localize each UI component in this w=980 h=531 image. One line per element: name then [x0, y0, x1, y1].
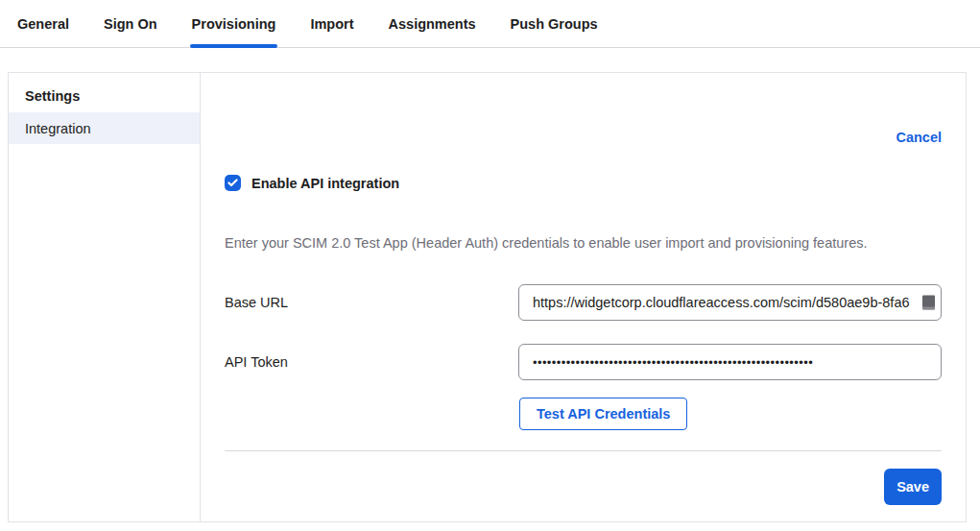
check-icon — [227, 179, 238, 187]
save-button[interactable]: Save — [884, 469, 942, 505]
provisioning-panel: Settings Integration Cancel Enable API i… — [8, 72, 967, 522]
base-url-input[interactable] — [518, 284, 942, 321]
tab-assignments[interactable]: Assignments — [389, 0, 476, 47]
tab-provisioning[interactable]: Provisioning — [192, 0, 276, 47]
sidebar-item-integration[interactable]: Integration — [9, 112, 200, 144]
enable-api-row: Enable API integration — [225, 175, 942, 191]
cancel-row: Cancel — [225, 129, 942, 144]
credentials-description: Enter your SCIM 2.0 Test App (Header Aut… — [225, 235, 942, 251]
api-token-label: API Token — [225, 354, 288, 370]
tab-general[interactable]: General — [17, 0, 69, 47]
integration-settings-content: Cancel Enable API integration Enter your… — [201, 73, 966, 521]
tab-sign-on[interactable]: Sign On — [104, 0, 157, 47]
tab-import[interactable]: Import — [310, 0, 353, 47]
form-divider — [225, 450, 942, 451]
test-credentials-row: Test API Credentials — [225, 398, 942, 430]
api-token-input[interactable] — [518, 344, 942, 380]
base-url-field-row: Base URL — [225, 284, 942, 321]
save-row: Save — [225, 469, 942, 505]
base-url-label: Base URL — [225, 295, 288, 310]
enable-api-checkbox[interactable] — [225, 175, 241, 191]
sidebar-heading: Settings — [9, 79, 200, 112]
enable-api-label: Enable API integration — [251, 176, 399, 191]
tab-push-groups[interactable]: Push Groups — [511, 0, 598, 47]
text-selection-highlight — [922, 296, 935, 310]
sidebar: Settings Integration — [9, 73, 201, 521]
app-tabbar: General Sign On Provisioning Import Assi… — [0, 0, 980, 48]
api-token-field-row: API Token — [225, 344, 942, 380]
cancel-button[interactable]: Cancel — [896, 130, 942, 145]
api-token-input-wrap — [518, 344, 942, 380]
test-api-credentials-button[interactable]: Test API Credentials — [519, 398, 687, 430]
base-url-input-wrap — [518, 284, 942, 321]
